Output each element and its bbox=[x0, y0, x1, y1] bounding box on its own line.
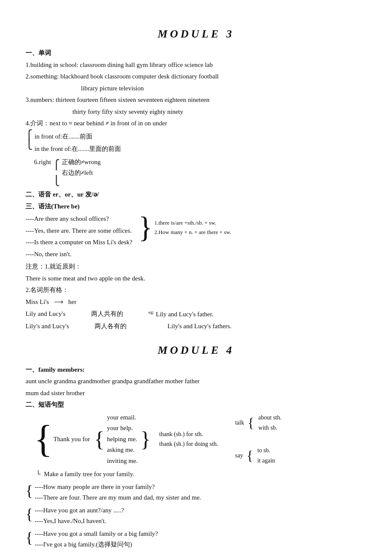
d2: ----There are four. There are my mum and… bbox=[35, 492, 201, 503]
talk-item-2: with sb. bbox=[258, 423, 281, 433]
numbers-line2: thirty forty fifty sixty seventy eighty … bbox=[72, 107, 366, 118]
phonics-label: 二、语音 er、or、ur 发/ə/ bbox=[26, 189, 366, 200]
say-left-brace: { bbox=[247, 449, 253, 462]
thank-left-brace: { bbox=[94, 428, 104, 450]
say-items: to sb. it again bbox=[257, 445, 275, 466]
family-label: 一、family members: bbox=[26, 364, 366, 376]
thank-item-4: asking me. bbox=[107, 445, 138, 456]
thank-item-3: helping me. bbox=[107, 434, 138, 445]
right-brace-block: 6.right ⎧ ⎩ 正确的≠wrong 右边的≠left bbox=[34, 157, 366, 189]
talk-left-brace: { bbox=[248, 416, 254, 430]
vocab-label: 一、单词 bbox=[26, 48, 366, 59]
thank-sb-for: thank (sb.) for sth. bbox=[159, 429, 218, 439]
brace-infront-sym: ⎧ ⎩ bbox=[26, 130, 33, 149]
brace-infront-block: ⎧ ⎩ in front of:在.......前面 in the front … bbox=[26, 130, 366, 156]
family-words: aunt uncle grandma grandmother grandpa g… bbox=[26, 376, 366, 387]
note-sentence: There is some meat and two apple on the … bbox=[26, 273, 366, 284]
numbers-line: 3.numbers: thirteen fourteen fifteen six… bbox=[26, 95, 366, 106]
d1: ----How many people are there in your fa… bbox=[35, 482, 201, 493]
grammar-label: 三、语法(There be) bbox=[26, 201, 366, 212]
miss-li-line: Miss Li's ⟶ her bbox=[26, 297, 366, 308]
module4-title: MODULE 4 bbox=[26, 341, 366, 360]
arrow-icon: ⟶ bbox=[54, 297, 63, 308]
family-words2: mum dad sister brother bbox=[26, 388, 366, 399]
thank-intro-label: Thank you for bbox=[53, 434, 90, 445]
thank-item-2: your help. bbox=[107, 423, 138, 434]
dialogue1: ----Are there any school offices? bbox=[26, 214, 133, 225]
big-left-brace: { bbox=[34, 420, 52, 458]
right-direction-line: 右边的≠left bbox=[62, 168, 101, 179]
module3-title: MODULE 3 bbox=[26, 25, 366, 43]
talk-item-1: about sth. bbox=[258, 413, 281, 423]
in-the-front-of-line: in the front of:在.......里面的前面 bbox=[35, 144, 121, 155]
lily-lucy-row2: Lily's and Lucy's 两人各有的 Lily's and Lucy'… bbox=[26, 321, 366, 332]
something-line: 2.something: blackboard book classroom c… bbox=[26, 71, 366, 82]
star-icon: ☆ bbox=[26, 553, 34, 555]
dialogue-pair-2: { ----Have you got an aunt?/any .....? -… bbox=[26, 505, 366, 527]
dialogue4: ----No, there isn't. bbox=[26, 249, 133, 260]
right-label: 6.right bbox=[34, 157, 51, 168]
thank-item-5: inviting me. bbox=[107, 456, 138, 467]
talk-say-block: talk { about sth. with sb. say { to sb. … bbox=[235, 413, 282, 466]
right-brace-rules: } 1.there is/are +sth./sb. + sw. 2.How m… bbox=[138, 213, 231, 243]
dialogue2: ----Yes, there are. There are some offic… bbox=[26, 225, 133, 237]
something-line2: library picture television bbox=[81, 83, 366, 94]
dialogue-left: ----Are there any school offices? ----Ye… bbox=[26, 213, 133, 260]
rule1: 1.there is/are +sth./sb. + sw. bbox=[154, 218, 231, 228]
thank-items-list: your email. your help. helping me. askin… bbox=[107, 412, 138, 467]
building-line: 1.building in school: classroom dining h… bbox=[26, 60, 366, 71]
note2-label: 2.名词所有格： bbox=[26, 285, 366, 296]
thank-item-1: your email. bbox=[107, 412, 138, 423]
or-usage-line: ☆ or 的用法： ① 或； bbox=[26, 553, 366, 555]
d3: ----Have you got an aunt?/any .....? bbox=[35, 505, 124, 516]
say-item-2: it again bbox=[257, 456, 275, 466]
d5: ----Have you got a small family or a big… bbox=[35, 529, 158, 540]
dialogue-pair-1: { ----How many people are there in your … bbox=[26, 482, 366, 503]
talk-row: talk { about sth. with sb. bbox=[235, 413, 282, 433]
talk-label: talk bbox=[235, 418, 244, 428]
prep-line: 4.介词：next to ≈ near behind ≠ in front of… bbox=[26, 118, 366, 129]
make-tree-line: └ Make a family tree for your family. bbox=[36, 468, 366, 480]
dialogue-block: ----Are there any school offices? ----Ye… bbox=[26, 213, 366, 260]
note-label: 注意：1.就近原则： bbox=[26, 261, 366, 272]
thank-rules: thank (sb.) for sth. thank (sb.) for doi… bbox=[159, 429, 218, 450]
thank-you-block: { Thank you for { your email. your help.… bbox=[34, 412, 366, 467]
say-label: say bbox=[235, 451, 243, 461]
in-front-of-line: in front of:在.......前面 bbox=[35, 131, 121, 142]
lily-lucy-row1: Lily and Lucy's 两人共有的 eg: Lily and Lucy'… bbox=[26, 308, 366, 320]
say-row: say { to sb. it again bbox=[235, 445, 282, 466]
dialogue-pair-3: { ----Have you got a small family or a b… bbox=[26, 529, 366, 550]
thank-right-brace: } bbox=[141, 428, 151, 450]
dialogue3: ----Is there a computer on Miss Li's des… bbox=[26, 237, 133, 248]
right-correct-line: 正确的≠wrong bbox=[62, 157, 101, 168]
short-label: 二、短语句型 bbox=[26, 399, 366, 410]
thank-sb-for-doing: thank (sb.) for doing sth. bbox=[159, 439, 218, 449]
talk-items: about sth. with sb. bbox=[258, 413, 281, 433]
eg-label: eg: bbox=[149, 309, 154, 315]
say-item-1: to sb. bbox=[257, 445, 275, 456]
d4: ----Yes,I have./No,I haven't. bbox=[35, 516, 124, 527]
d6: ----I've got a big family.(选择疑问句) bbox=[35, 539, 158, 550]
rule2: 2.How many + n. + are there + sw. bbox=[154, 228, 231, 237]
